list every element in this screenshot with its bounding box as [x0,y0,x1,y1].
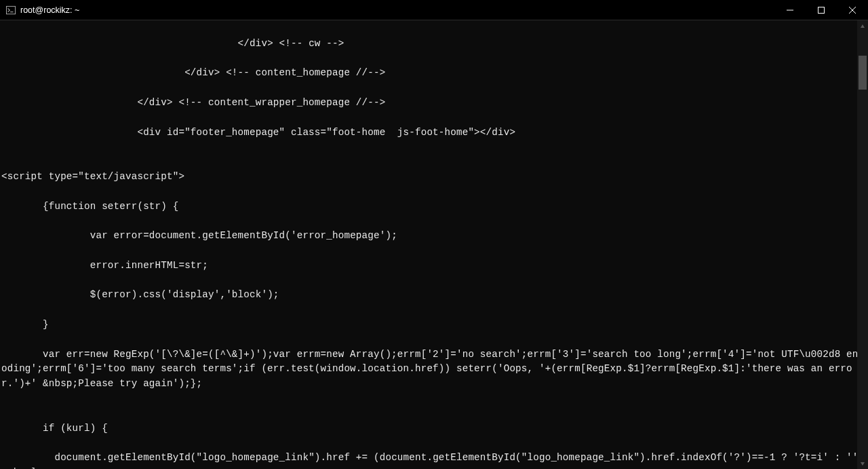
scroll-down-button[interactable] [857,457,868,469]
code-line: if (kurl) { [1,421,867,436]
svg-rect-0 [6,6,15,14]
scroll-up-button[interactable] [857,20,868,32]
code-line: $(error).css('display','block'); [1,288,867,303]
code-line: var err=new RegExp('[\?\&]e=([^\&]+)');v… [1,348,867,392]
scroll-track[interactable] [857,32,868,457]
code-line: document.getElementById("logo_homepage_l… [1,451,867,469]
code-line: } [1,318,867,333]
title-left: root@rockikz: ~ [0,5,79,16]
scroll-thumb[interactable] [859,56,867,90]
terminal-output: </div> <!-- cw --> </div> <!-- content_h… [0,20,868,469]
code-line: <script type="text/javascript"> [1,170,867,185]
svg-rect-3 [818,7,825,13]
code-line: {function seterr(str) { [1,200,867,214]
terminal-app-icon [5,5,16,16]
maximize-button[interactable] [806,0,837,20]
minimize-button[interactable] [774,0,806,20]
code-line: var error=document.getElementById('error… [1,229,867,244]
vertical-scrollbar[interactable] [857,20,868,469]
code-line: <div id="footer_homepage" class="foot-ho… [1,126,867,140]
code-line: </div> <!-- content_wrapper_homepage //-… [1,96,867,111]
window-title: root@rockikz: ~ [20,5,79,15]
close-button[interactable] [837,0,868,20]
code-line: </div> <!-- cw --> [1,37,867,52]
window-controls [774,0,868,20]
code-line: error.innerHTML=str; [1,259,867,274]
code-line: </div> <!-- content_homepage //--> [1,66,867,81]
window-titlebar: root@rockikz: ~ [0,0,868,20]
terminal-area[interactable]: </div> <!-- cw --> </div> <!-- content_h… [0,20,868,469]
